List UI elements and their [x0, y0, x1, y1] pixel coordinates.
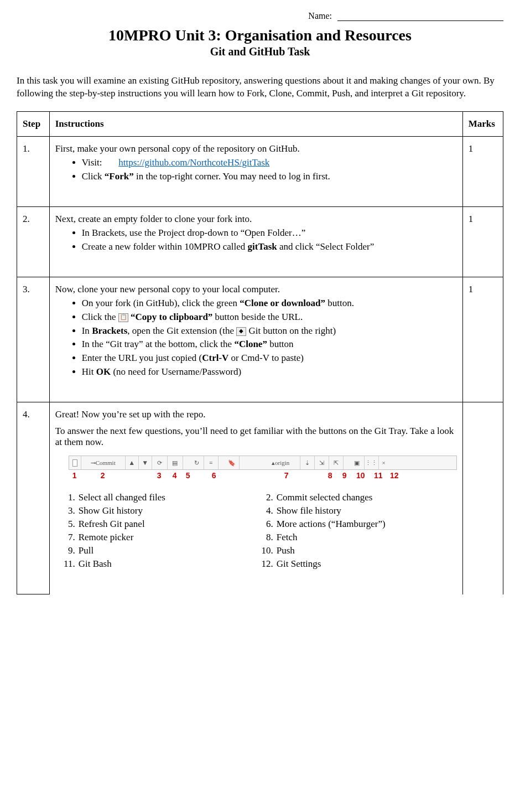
step-marks: 1: [462, 277, 503, 402]
legend-item: 1.Select all changed files: [61, 492, 259, 504]
tray-select-all[interactable]: [69, 456, 81, 469]
tray-close-icon[interactable]: ×: [379, 456, 389, 469]
step-instructions: Great! Now you’re set up with the repo. …: [49, 402, 462, 594]
git-icon: ◆: [236, 327, 246, 336]
list-item: On your fork (in GitHub), click the gree…: [82, 297, 457, 310]
legend-item: 4.Show file history: [259, 505, 457, 518]
clipboard-icon: 📋: [118, 313, 128, 322]
table-row: 3. Now, clone your new personal copy to …: [17, 277, 503, 402]
git-tray-toolbar: ⊸ Commit ▲ ▼ ⟳ ▤ ↻ ≡ 🔖 ▴ origin ⇣ ⇲: [69, 456, 457, 470]
tray-remote-picker[interactable]: ▴ origin: [262, 456, 300, 469]
legend-item: 11.Git Bash: [61, 558, 259, 571]
legend-item: 10.Push: [259, 545, 457, 557]
tray-number-labels: 1 2 3 4 5 6 7 8 9 10 11 12: [69, 471, 456, 480]
legend-item: 9.Pull: [61, 545, 259, 557]
table-row: 1. First, make your own personal copy of…: [17, 136, 503, 206]
step-number: 2.: [17, 206, 50, 277]
tray-down-icon[interactable]: ▼: [139, 456, 152, 469]
page-subtitle: Git and GitHub Task: [17, 45, 503, 58]
step-number: 1.: [17, 136, 50, 206]
intro-paragraph: In this task you will examine an existin…: [17, 75, 503, 100]
list-item: Click the 📋 “Copy to clipboard” button b…: [82, 311, 457, 324]
step-marks: 1: [462, 136, 503, 206]
col-header-marks: Marks: [462, 111, 503, 136]
legend-item: 12.Git Settings: [259, 558, 457, 571]
name-input-line[interactable]: [337, 20, 503, 21]
step-lead: Now, clone your new personal copy to you…: [55, 284, 280, 294]
step-marks: 1: [462, 206, 503, 277]
step-lead: First, make your own personal copy of th…: [55, 143, 300, 154]
legend-item: 3.Show Git history: [61, 505, 259, 518]
name-label: Name:: [308, 11, 332, 20]
tray-pull-icon[interactable]: ⇲: [315, 456, 329, 469]
legend-item: 6.More actions (“Hamburger”): [259, 518, 457, 531]
tray-commit-button[interactable]: ⊸ Commit: [81, 456, 126, 469]
row4-p2: To answer the next few questions, you’ll…: [55, 426, 457, 448]
legend-item: 8.Fetch: [259, 531, 457, 544]
legend-item: 7.Remote picker: [61, 531, 259, 544]
tray-settings-icon[interactable]: ⋮⋮: [365, 456, 379, 469]
step-instructions: Now, clone your new personal copy to you…: [49, 277, 462, 402]
legend-item: 5.Refresh Git panel: [61, 518, 259, 531]
list-item: In Brackets, open the Git extension (the…: [82, 325, 457, 338]
col-header-step: Step: [17, 111, 50, 136]
step-lead: Next, create an empty folder to clone yo…: [55, 214, 252, 224]
step-instructions: Next, create an empty folder to clone yo…: [49, 206, 462, 277]
instructions-table: Step Instructions Marks 1. First, make y…: [17, 111, 503, 595]
tray-history-icon[interactable]: ⟳: [152, 456, 168, 469]
tray-legend: 1.Select all changed files 3.Show Git hi…: [61, 491, 457, 571]
step-instructions: First, make your own personal copy of th…: [49, 136, 462, 206]
tray-bash-icon[interactable]: ▣: [350, 456, 365, 469]
step-marks: [462, 402, 503, 594]
legend-item: 2.Commit selected changes: [259, 492, 457, 504]
step-number: 4.: [17, 402, 50, 594]
page-title: 10MPRO Unit 3: Organisation and Resource…: [17, 27, 503, 44]
tray-up-icon[interactable]: ▲: [126, 456, 139, 469]
list-item: Hit OK (no need for Username/Password): [82, 366, 457, 379]
name-field-row: Name:: [17, 11, 503, 21]
list-item: Enter the URL you just copied (Ctrl-V or…: [82, 352, 457, 365]
tray-file-history-icon[interactable]: ▤: [168, 456, 183, 469]
list-item: In the “Git tray” at the bottom, click t…: [82, 338, 457, 351]
git-tray-image: ⊸ Commit ▲ ▼ ⟳ ▤ ↻ ≡ 🔖 ▴ origin ⇣ ⇲: [69, 456, 457, 480]
col-header-instructions: Instructions: [49, 111, 462, 136]
list-item: Create a new folder within 10MPRO called…: [82, 241, 457, 254]
tray-hamburger-icon[interactable]: ≡: [204, 456, 219, 469]
table-row: 4. Great! Now you’re set up with the rep…: [17, 402, 503, 594]
list-item: Visit: https://github.com/NorthcoteHS/gi…: [82, 157, 457, 169]
tray-refresh-icon[interactable]: ↻: [190, 456, 204, 469]
repo-link[interactable]: https://github.com/NorthcoteHS/gitTask: [118, 157, 269, 168]
tray-tag-icon[interactable]: 🔖: [225, 456, 240, 469]
row4-p1: Great! Now you’re set up with the repo.: [55, 409, 457, 420]
list-item: Click “Fork” in the top-right corner. Yo…: [82, 170, 457, 183]
table-row: 2. Next, create an empty folder to clone…: [17, 206, 503, 277]
list-item: In Brackets, use the Project drop-down t…: [82, 227, 457, 240]
step-number: 3.: [17, 277, 50, 402]
tray-fetch-icon[interactable]: ⇣: [300, 456, 315, 469]
tray-push-icon[interactable]: ⇱: [329, 456, 344, 469]
